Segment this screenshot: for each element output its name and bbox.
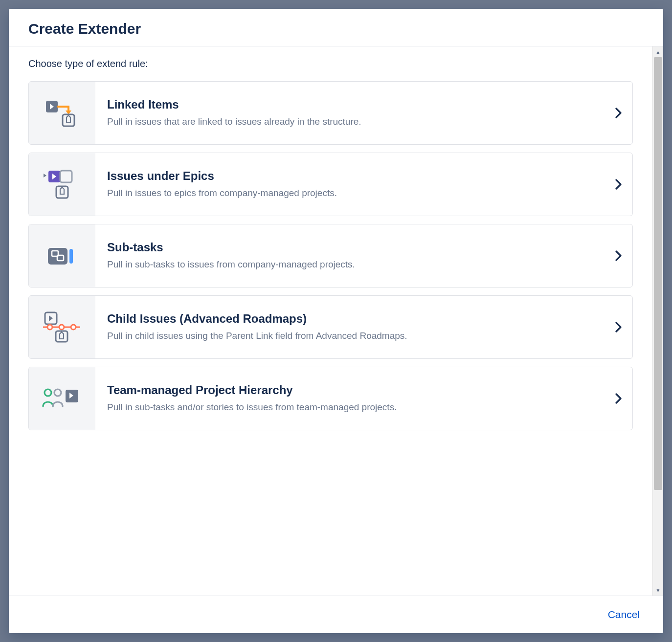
svg-point-16 <box>54 389 61 396</box>
svg-point-15 <box>45 389 51 396</box>
modal-header: Create Extender <box>9 9 663 46</box>
svg-point-11 <box>47 325 52 330</box>
chevron-right-icon <box>605 224 632 287</box>
rule-text: Child Issues (Advanced Roadmaps) Pull in… <box>95 296 605 358</box>
svg-point-12 <box>59 325 64 330</box>
create-extender-modal: Create Extender Choose type of extend ru… <box>9 9 663 633</box>
rule-list: Linked Items Pull in issues that are lin… <box>28 81 633 430</box>
team-managed-hierarchy-icon <box>29 367 95 430</box>
rule-text: Linked Items Pull in issues that are lin… <box>95 82 605 144</box>
rule-description: Pull in sub-tasks to issues from company… <box>107 258 593 271</box>
rule-linked-items[interactable]: Linked Items Pull in issues that are lin… <box>28 81 633 145</box>
rule-description: Pull in sub-tasks and/or stories to issu… <box>107 401 593 414</box>
sub-tasks-icon <box>29 224 95 287</box>
choose-rule-label: Choose type of extend rule: <box>28 58 633 69</box>
svg-rect-8 <box>69 249 73 264</box>
scroll-down-arrow-icon[interactable]: ▼ <box>653 585 663 596</box>
rule-title: Linked Items <box>107 98 593 111</box>
modal-footer: Cancel <box>9 596 663 633</box>
svg-point-13 <box>71 325 76 330</box>
rule-title: Child Issues (Advanced Roadmaps) <box>107 312 593 326</box>
rule-description: Pull in issues that are linked to issues… <box>107 115 593 128</box>
issues-under-epics-icon <box>29 153 95 216</box>
modal-title: Create Extender <box>28 21 644 37</box>
rule-issues-under-epics[interactable]: Issues under Epics Pull in issues to epi… <box>28 153 633 216</box>
svg-rect-3 <box>60 171 72 182</box>
rule-text: Issues under Epics Pull in issues to epi… <box>95 153 605 216</box>
cancel-button[interactable]: Cancel <box>604 607 644 622</box>
chevron-right-icon <box>605 153 632 216</box>
modal-body-wrapper: Choose type of extend rule: <box>9 46 663 596</box>
modal-body: Choose type of extend rule: <box>9 46 652 596</box>
scroll-up-arrow-icon[interactable]: ▲ <box>653 46 663 57</box>
scroll-track[interactable] <box>653 57 663 585</box>
rule-text: Sub-tasks Pull in sub-tasks to issues fr… <box>95 224 605 287</box>
rule-title: Issues under Epics <box>107 169 593 183</box>
rule-sub-tasks[interactable]: Sub-tasks Pull in sub-tasks to issues fr… <box>28 224 633 288</box>
scroll-thumb[interactable] <box>654 57 662 490</box>
svg-rect-4 <box>56 186 68 198</box>
rule-title: Sub-tasks <box>107 241 593 254</box>
chevron-right-icon <box>605 296 632 358</box>
rule-text: Team-managed Project Hierarchy Pull in s… <box>95 367 605 430</box>
chevron-right-icon <box>605 82 632 144</box>
linked-items-icon <box>29 82 95 144</box>
svg-rect-1 <box>63 114 74 126</box>
rule-child-issues[interactable]: Child Issues (Advanced Roadmaps) Pull in… <box>28 295 633 359</box>
rule-description: Pull in issues to epics from company-man… <box>107 187 593 199</box>
scrollbar[interactable]: ▲ ▼ <box>652 46 663 596</box>
rule-team-managed-hierarchy[interactable]: Team-managed Project Hierarchy Pull in s… <box>28 367 633 430</box>
rule-description: Pull in child issues using the Parent Li… <box>107 330 593 342</box>
child-issues-icon <box>29 296 95 358</box>
rule-title: Team-managed Project Hierarchy <box>107 383 593 397</box>
chevron-right-icon <box>605 367 632 430</box>
